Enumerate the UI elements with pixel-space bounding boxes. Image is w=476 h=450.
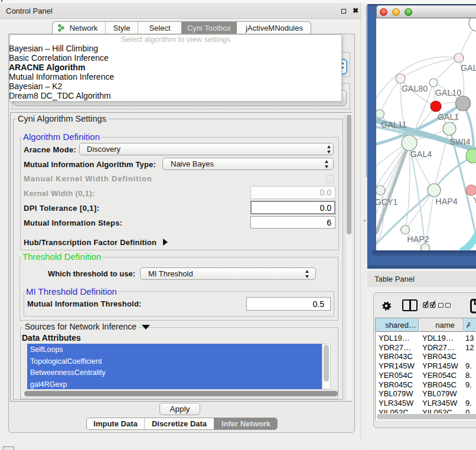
svg-text:GAL4: GAL4 — [410, 149, 432, 159]
svg-text:Y: Y — [473, 195, 476, 205]
svg-text:HAP2: HAP2 — [407, 234, 429, 244]
svg-text:GAL7: GAL7 — [461, 63, 476, 73]
svg-text:GAL1: GAL1 — [438, 112, 459, 122]
svg-text:GAL80: GAL80 — [402, 84, 428, 93]
svg-text:GAL10: GAL10 — [435, 88, 462, 97]
svg-text:SWI4: SWI4 — [450, 137, 471, 146]
svg-text:HAP4: HAP4 — [435, 197, 457, 206]
svg-text:GCY1: GCY1 — [376, 197, 398, 207]
svg-text:GAL11: GAL11 — [381, 120, 406, 129]
